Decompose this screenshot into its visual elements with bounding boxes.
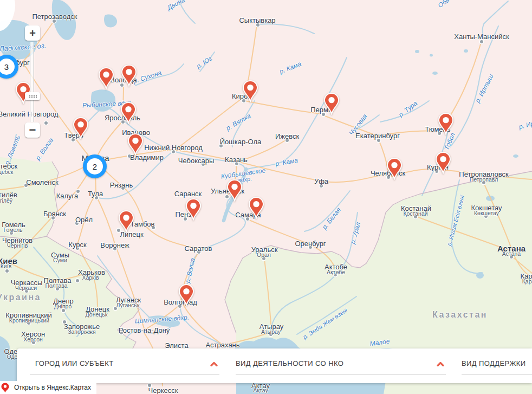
map-pin[interactable] xyxy=(438,112,454,135)
city-sublabel: Орал xyxy=(257,251,271,258)
chevron-up-icon[interactable] xyxy=(437,361,444,366)
city-sublabel: Полтава xyxy=(45,282,67,289)
zoom-in-button[interactable]: + xyxy=(25,25,40,41)
cluster-count: 2 xyxy=(93,162,97,171)
city-sublabel: Петропавл xyxy=(470,176,498,183)
map-pin[interactable] xyxy=(323,92,340,115)
city-label: Черкесск xyxy=(148,386,178,394)
city-sublabel: Дніпро xyxy=(54,303,72,309)
city-label: Орёл xyxy=(75,216,93,224)
city-label: Тула xyxy=(88,190,103,198)
city-label: Саранск xyxy=(174,190,202,198)
cluster-marker[interactable]: 2 xyxy=(83,154,107,178)
city-sublabel: Көкшетау xyxy=(474,210,499,216)
map-pin[interactable] xyxy=(242,80,258,102)
zoom-slider-handle[interactable] xyxy=(25,92,40,100)
map-pin[interactable] xyxy=(178,283,194,306)
city-label: Курск xyxy=(68,241,86,249)
city-sublabel: Суми xyxy=(53,257,67,263)
map-pin[interactable] xyxy=(386,157,403,180)
map-canvas[interactable]: ПетрозаводскСыктывкарХанты-МансийскбургВ… xyxy=(0,0,532,394)
city-sublabel: Харків xyxy=(82,274,99,281)
filter-dropdown[interactable]: ВИД ДЕЯТЕЛЬНОСТИ СО НКО xyxy=(236,348,446,383)
city-label: Йошкар-Ола xyxy=(220,138,262,146)
city-label: Брянск xyxy=(43,210,66,218)
zoom-slider-rail[interactable] xyxy=(30,42,34,122)
zoom-out-button[interactable]: − xyxy=(25,122,40,138)
city-sublabel: Ақтөбе xyxy=(327,269,345,275)
yandex-maps-pin-icon xyxy=(1,383,9,393)
map-pin[interactable] xyxy=(127,133,144,156)
city-sublabel: Херсон xyxy=(23,336,43,343)
cluster-count: 3 xyxy=(4,62,9,72)
filter-label: ГОРОД ИЛИ СУБЪЕКТ xyxy=(35,359,113,367)
map-pin[interactable] xyxy=(73,117,89,139)
filter-label: ВИД ДЕЯТЕЛЬНОСТИ СО НКО xyxy=(236,359,343,367)
chevron-up-icon[interactable] xyxy=(210,361,218,366)
city-label: Петрозаводск xyxy=(32,12,77,21)
city-sublabel: Віцебск xyxy=(0,169,13,175)
city-label: Смоленск xyxy=(26,178,58,186)
city-sublabel: Атырау xyxy=(261,328,281,335)
filter-underline xyxy=(236,374,446,374)
city-label: Уфа xyxy=(314,177,328,185)
city-sublabel: Қостанай xyxy=(403,210,427,217)
map-pin[interactable] xyxy=(185,198,202,221)
filter-dropdown[interactable]: ВИД ПОДДЕРЖКИ xyxy=(462,348,532,383)
city-sublabel: Запоріжжя xyxy=(68,328,96,335)
city-sublabel: Чернігів xyxy=(7,242,28,249)
city-label: Сыктывкар xyxy=(239,16,275,24)
city-dot xyxy=(44,121,48,125)
city-dot xyxy=(5,269,9,273)
city-label: Екатеринбург xyxy=(355,132,400,140)
city-sublabel: Кропивницький xyxy=(9,317,49,324)
city-label: Оренбург xyxy=(295,240,326,248)
map-pin[interactable] xyxy=(435,151,451,174)
city-label: Астрахань xyxy=(205,341,239,349)
map-pin[interactable] xyxy=(248,196,264,219)
city-dot xyxy=(480,40,483,43)
city-sublabel: Ақтау xyxy=(253,387,268,393)
city-label: Ростов-на-Дону xyxy=(119,326,170,334)
city-label: Ижевск xyxy=(275,132,299,140)
map-pin[interactable] xyxy=(98,67,114,89)
filter-label: ВИД ПОДДЕРЖКИ xyxy=(462,359,526,367)
map-attribution[interactable]: Открыть в Яндекс.Картах xyxy=(0,381,96,394)
city-sublabel: Гомель xyxy=(3,227,22,233)
city-label: Ханты-Мансийск xyxy=(454,33,509,41)
city-label: Казань xyxy=(225,156,248,164)
city-label: Великий Новгород xyxy=(0,110,59,118)
map-pin[interactable] xyxy=(118,210,134,232)
open-in-yandex-maps-link[interactable]: Открыть в Яндекс.Картах xyxy=(14,384,91,391)
city-sublabel: Қараганды xyxy=(522,278,532,285)
city-sublabel: Астана xyxy=(502,250,521,257)
map-pin[interactable] xyxy=(120,101,137,124)
city-sublabel: Черкаси xyxy=(15,285,37,291)
city-label: Калуга xyxy=(56,192,79,200)
country-label: Украина xyxy=(0,293,41,302)
city-dot xyxy=(76,279,79,282)
filter-bar: ГОРОД ИЛИ СУБЪЕКТВИД ДЕЯТЕЛЬНОСТИ СО НКО… xyxy=(17,348,532,383)
city-label: Саратов xyxy=(185,244,212,253)
map-pin[interactable] xyxy=(121,64,137,87)
filter-underline xyxy=(462,374,532,374)
city-sublabel: Магілёў xyxy=(0,197,12,204)
map-pin[interactable] xyxy=(226,179,243,202)
city-label: Нижний Новгород xyxy=(144,144,203,152)
city-label: Воронеж xyxy=(100,241,129,249)
city-label: Чебоксары xyxy=(178,157,215,165)
filter-underline xyxy=(30,374,219,374)
city-sublabel: Київ xyxy=(1,263,11,269)
city-sublabel: Донецьк xyxy=(86,311,108,318)
country-label: Казахстан xyxy=(432,310,488,320)
city-sublabel: Луганськ xyxy=(116,302,140,308)
filter-dropdown[interactable]: ГОРОД ИЛИ СУБЪЕКТ xyxy=(30,348,219,383)
city-label: Рязань xyxy=(110,181,133,189)
